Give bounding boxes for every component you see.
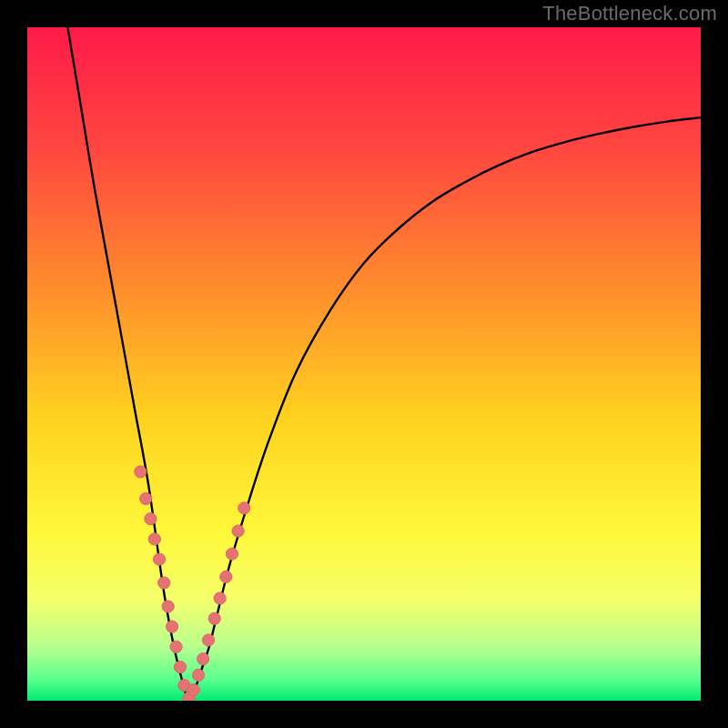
- highlight-dot: [148, 533, 160, 545]
- highlight-dot: [220, 571, 232, 582]
- highlight-dot: [167, 621, 178, 632]
- outer-frame: TheBottleneck.com: [0, 0, 728, 728]
- highlight-dot: [238, 502, 250, 514]
- highlight-dot: [158, 577, 170, 589]
- highlight-dot: [187, 684, 199, 696]
- highlight-dot: [214, 592, 226, 604]
- highlight-dot: [162, 601, 174, 612]
- highlight-dot: [208, 612, 220, 624]
- highlight-dot: [197, 653, 209, 665]
- highlight-dot: [192, 669, 204, 681]
- highlight-dot: [232, 525, 244, 537]
- highlight-dot: [170, 641, 182, 652]
- watermark-text: TheBottleneck.com: [542, 2, 717, 25]
- gradient-rect: [27, 27, 701, 701]
- highlight-dot: [174, 661, 186, 672]
- highlight-dot: [140, 492, 152, 504]
- highlight-dot: [153, 553, 165, 565]
- highlight-dot: [135, 466, 147, 478]
- chart-svg: [27, 27, 701, 701]
- highlight-dot: [226, 548, 238, 560]
- highlight-dot: [145, 513, 157, 525]
- plot-area: [27, 27, 701, 701]
- highlight-dot: [202, 634, 214, 646]
